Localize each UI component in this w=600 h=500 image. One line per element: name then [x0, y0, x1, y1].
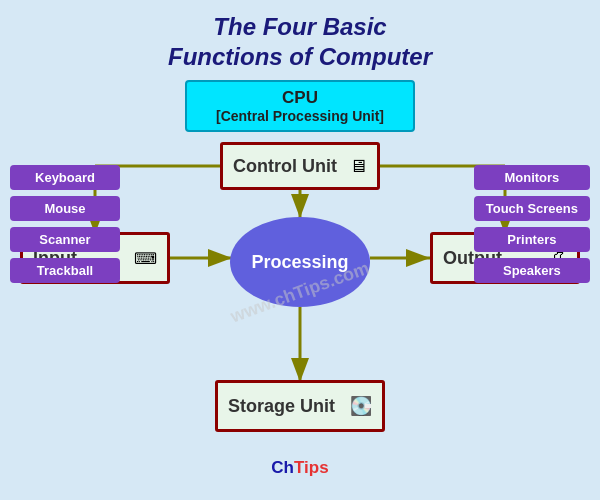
processing-label: Processing: [251, 252, 348, 273]
keyboard-icon: ⌨: [134, 249, 157, 268]
storage-unit-box: Storage Unit 💽: [215, 380, 385, 432]
cpu-icon: 🖥: [349, 156, 367, 177]
title-line2: Functions of Computer: [0, 42, 600, 72]
output-item-printers: Printers: [474, 227, 590, 252]
brand-tips: Tips: [294, 458, 329, 477]
cpu-box: CPU [Central Processing Unit]: [185, 80, 415, 132]
page-title: The Four Basic Functions of Computer: [0, 0, 600, 80]
output-item-touchscreens: Touch Screens: [474, 196, 590, 221]
cpu-label: CPU: [197, 88, 403, 108]
input-item-keyboard: Keyboard: [10, 165, 120, 190]
output-item-monitors: Monitors: [474, 165, 590, 190]
input-item-trackball: Trackball: [10, 258, 120, 283]
input-items-list: Keyboard Mouse Scanner Trackball: [10, 165, 120, 283]
control-unit-label: Control Unit: [233, 156, 337, 177]
input-item-scanner: Scanner: [10, 227, 120, 252]
footer-brand: ChTips: [0, 452, 600, 478]
cpu-sublabel: [Central Processing Unit]: [197, 108, 403, 124]
processing-ellipse: Processing: [230, 217, 370, 307]
output-items-list: Monitors Touch Screens Printers Speakers: [474, 165, 590, 283]
title-line1: The Four Basic: [0, 12, 600, 42]
brand-ch: Ch: [271, 458, 294, 477]
output-item-speakers: Speakers: [474, 258, 590, 283]
disk-icon: 💽: [350, 395, 372, 417]
storage-label: Storage Unit: [228, 396, 335, 417]
control-unit-box: Control Unit 🖥: [220, 142, 380, 190]
input-item-mouse: Mouse: [10, 196, 120, 221]
